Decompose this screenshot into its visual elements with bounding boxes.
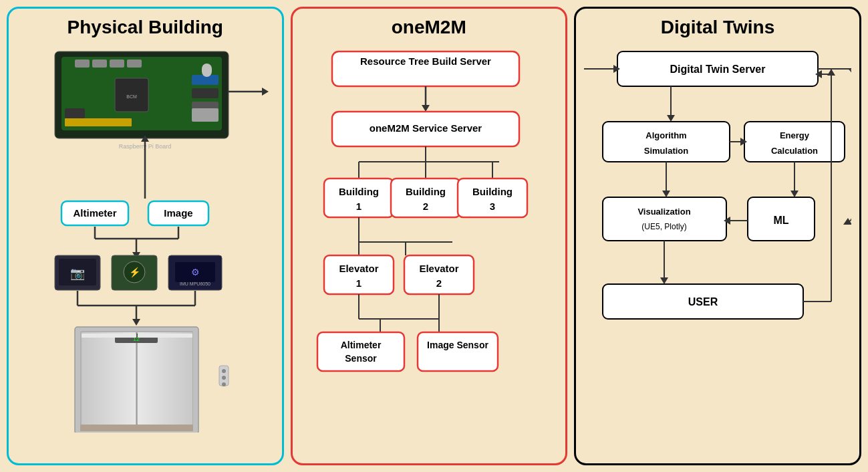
svg-rect-113 (744, 122, 845, 162)
physical-building-section: Physical Building BCM Raspberry Pi Board (7, 7, 284, 465)
svg-text:⚙: ⚙ (191, 267, 200, 277)
svg-marker-130 (660, 277, 668, 284)
svg-text:2: 2 (436, 277, 442, 289)
svg-text:1: 1 (356, 201, 361, 212)
svg-point-57 (222, 382, 226, 386)
svg-rect-11 (65, 118, 132, 126)
svg-rect-5 (127, 60, 142, 68)
svg-marker-121 (662, 191, 670, 197)
svg-rect-46 (82, 332, 136, 428)
svg-text:2: 2 (423, 201, 428, 212)
svg-text:⚡: ⚡ (129, 267, 141, 278)
svg-text:Image: Image (164, 207, 193, 219)
svg-text:ML: ML (773, 215, 788, 226)
svg-text:Resource Tree Build Server: Resource Tree Build Server (360, 55, 491, 67)
digital-twins-section: Digital Twins Digital Twin Server Algori… (574, 7, 861, 465)
svg-rect-12 (192, 108, 219, 122)
svg-text:Altimeter: Altimeter (340, 340, 381, 350)
onem2m-section: oneM2M Resource Tree Build Server oneM2M… (291, 7, 568, 465)
onem2m-title: oneM2M (392, 17, 466, 38)
svg-rect-13 (65, 108, 85, 118)
svg-point-55 (222, 369, 226, 373)
svg-text:3: 3 (490, 201, 495, 212)
svg-text:Building: Building (472, 186, 513, 197)
svg-text:Simulation: Simulation (644, 146, 689, 156)
svg-text:Image Sensor: Image Sensor (427, 340, 488, 350)
svg-text:Elevator: Elevator (419, 263, 458, 274)
svg-text:oneM2M Service Server: oneM2M Service Server (370, 122, 482, 134)
svg-marker-119 (790, 191, 799, 197)
svg-rect-110 (603, 122, 730, 162)
svg-text:Visualization: Visualization (637, 207, 690, 217)
svg-rect-51 (82, 334, 136, 338)
svg-rect-122 (603, 197, 726, 241)
svg-text:Building: Building (406, 186, 446, 197)
svg-text:USER: USER (688, 296, 718, 308)
svg-text:(UE5, Plotly): (UE5, Plotly) (641, 222, 686, 231)
svg-rect-14 (202, 64, 212, 77)
svg-rect-97 (317, 332, 404, 371)
svg-text:Elevator: Elevator (339, 263, 378, 274)
svg-rect-3 (92, 60, 107, 68)
svg-text:Altimeter: Altimeter (74, 207, 117, 219)
svg-text:1: 1 (356, 277, 361, 289)
svg-text:IMU MPU6050: IMU MPU6050 (180, 281, 210, 286)
svg-rect-2 (75, 60, 90, 68)
svg-text:Energy: Energy (780, 130, 810, 140)
svg-text:📷: 📷 (70, 266, 86, 281)
svg-text:Calculation: Calculation (771, 146, 818, 156)
onem2m-diagram: Resource Tree Build Server oneM2M Servic… (305, 45, 553, 453)
svg-rect-4 (110, 60, 124, 68)
svg-text:Building: Building (339, 186, 379, 197)
digital-twins-diagram: Digital Twin Server Algorithm Simulation… (584, 45, 851, 433)
svg-rect-9 (192, 88, 219, 98)
svg-rect-52 (138, 334, 192, 338)
svg-marker-61 (422, 105, 430, 112)
svg-marker-43 (132, 319, 140, 326)
svg-marker-17 (262, 88, 269, 96)
svg-rect-47 (138, 332, 192, 428)
svg-text:BCM: BCM (126, 94, 137, 99)
svg-marker-105 (667, 115, 675, 122)
svg-point-56 (222, 376, 226, 380)
svg-rect-53 (80, 425, 193, 431)
svg-rect-100 (418, 332, 498, 371)
digital-twins-title: Digital Twins (661, 17, 775, 38)
svg-text:Digital Twin Server: Digital Twin Server (670, 64, 766, 75)
svg-text:Sensor: Sensor (345, 353, 377, 364)
svg-text:Algorithm: Algorithm (645, 130, 686, 140)
physical-building-title: Physical Building (67, 17, 223, 38)
physical-building-diagram: BCM Raspberry Pi Board Altimeter Image (21, 45, 269, 433)
